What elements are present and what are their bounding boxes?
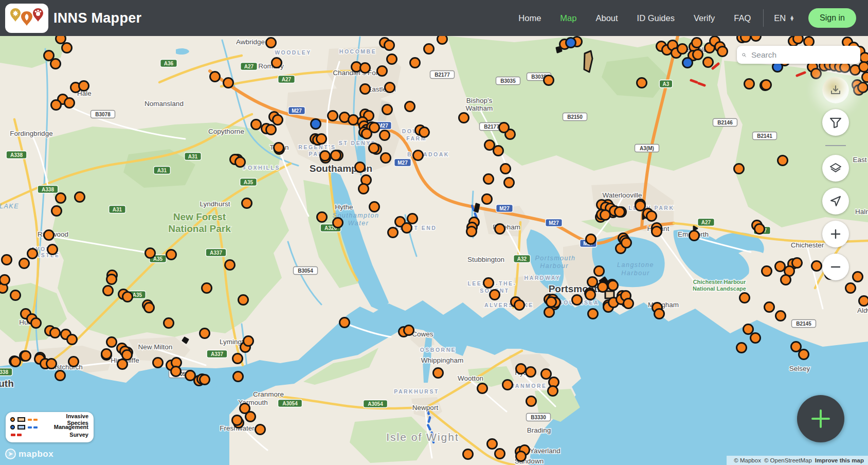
invasive-species-marker[interactable]: [588, 309, 598, 319]
invasive-species-marker[interactable]: [751, 36, 761, 41]
invasive-species-marker[interactable]: [693, 50, 703, 60]
invasive-species-marker[interactable]: [495, 224, 505, 234]
invasive-species-marker[interactable]: [494, 146, 503, 156]
invasive-species-marker[interactable]: [402, 223, 412, 233]
filter-button[interactable]: [822, 109, 849, 136]
invasive-species-marker[interactable]: [467, 227, 477, 237]
invasive-species-marker[interactable]: [718, 47, 728, 57]
invasive-species-marker[interactable]: [636, 201, 645, 211]
invasive-species-marker[interactable]: [484, 278, 494, 288]
invasive-species-marker[interactable]: [744, 325, 753, 334]
invasive-species-marker[interactable]: [102, 349, 112, 359]
app-logo[interactable]: [5, 4, 48, 33]
invasive-species-marker[interactable]: [167, 250, 176, 260]
invasive-species-marker[interactable]: [232, 416, 242, 425]
invasive-species-marker[interactable]: [459, 113, 469, 123]
invasive-species-marker[interactable]: [317, 212, 327, 222]
invasive-species-marker[interactable]: [840, 63, 850, 73]
invasive-species-marker[interactable]: [246, 412, 256, 422]
invasive-species-marker[interactable]: [594, 266, 604, 276]
invasive-species-marker[interactable]: [499, 123, 509, 133]
invasive-species-marker[interactable]: [31, 318, 41, 328]
invasive-species-marker[interactable]: [202, 283, 212, 293]
add-record-button[interactable]: [797, 395, 844, 442]
invasive-species-marker[interactable]: [242, 199, 252, 208]
invasive-species-marker[interactable]: [273, 115, 283, 125]
invasive-species-marker[interactable]: [846, 283, 856, 293]
invasive-species-marker[interactable]: [624, 299, 634, 309]
invasive-species-marker[interactable]: [56, 193, 66, 203]
invasive-species-marker[interactable]: [647, 211, 657, 221]
invasive-species-marker[interactable]: [547, 297, 556, 307]
locate-button[interactable]: [822, 188, 849, 214]
language-selector[interactable]: EN ▲▼: [774, 13, 794, 23]
invasive-species-marker[interactable]: [781, 275, 791, 285]
invasive-species-marker[interactable]: [369, 144, 379, 153]
invasive-species-marker[interactable]: [385, 41, 394, 50]
invasive-species-marker[interactable]: [424, 44, 434, 54]
invasive-species-marker[interactable]: [740, 293, 750, 303]
invasive-species-marker[interactable]: [11, 357, 21, 367]
invasive-species-marker[interactable]: [144, 303, 154, 313]
invasive-species-marker[interactable]: [404, 326, 414, 335]
invasive-species-marker[interactable]: [501, 164, 511, 174]
invasive-species-marker[interactable]: [11, 291, 21, 300]
nav-home[interactable]: Home: [518, 13, 541, 23]
invasive-species-marker[interactable]: [853, 272, 863, 282]
invasive-species-marker[interactable]: [51, 59, 61, 69]
mapbox-attribution-link[interactable]: © Mapbox: [734, 457, 761, 463]
invasive-species-marker[interactable]: [755, 224, 765, 234]
invasive-species-marker[interactable]: [762, 80, 771, 90]
zoom-in-button[interactable]: [822, 221, 849, 247]
invasive-species-marker[interactable]: [47, 359, 57, 369]
invasive-species-marker[interactable]: [56, 36, 66, 44]
zoom-out-button[interactable]: [822, 254, 849, 280]
invasive-species-marker[interactable]: [362, 129, 372, 139]
mapbox-logo[interactable]: ➤ mapbox: [5, 449, 53, 459]
invasive-species-marker[interactable]: [438, 36, 447, 44]
invasive-species-marker[interactable]: [56, 371, 65, 381]
invasive-species-marker[interactable]: [200, 329, 210, 338]
invasive-species-marker[interactable]: [225, 260, 235, 270]
invasive-species-marker[interactable]: [405, 102, 415, 112]
invasive-species-marker[interactable]: [380, 131, 390, 140]
invasive-species-marker[interactable]: [703, 58, 713, 67]
invasive-species-marker[interactable]: [320, 151, 330, 161]
invasive-species-marker[interactable]: [62, 43, 72, 53]
invasive-species-marker[interactable]: [858, 83, 868, 93]
invasive-species-marker[interactable]: [490, 290, 500, 300]
invasive-species-marker[interactable]: [775, 262, 785, 272]
invasive-species-marker[interactable]: [359, 184, 369, 194]
invasive-species-marker[interactable]: [349, 115, 358, 125]
invasive-species-marker[interactable]: [862, 73, 868, 82]
invasive-species-marker[interactable]: [544, 76, 554, 85]
invasive-species-marker[interactable]: [340, 318, 350, 328]
invasive-species-marker[interactable]: [751, 333, 761, 343]
invasive-species-marker[interactable]: [484, 174, 494, 184]
invasive-species-marker[interactable]: [360, 63, 370, 73]
invasive-species-marker[interactable]: [233, 354, 243, 364]
invasive-species-marker[interactable]: [692, 38, 702, 48]
invasive-species-marker[interactable]: [123, 292, 133, 302]
invasive-species-marker[interactable]: [588, 277, 598, 287]
invasive-species-marker[interactable]: [146, 248, 155, 258]
invasive-species-marker[interactable]: [811, 69, 821, 79]
invasive-species-marker[interactable]: [21, 351, 31, 361]
invasive-species-marker[interactable]: [737, 343, 747, 353]
invasive-species-marker[interactable]: [541, 369, 551, 379]
improve-map-link[interactable]: Improve this map: [815, 457, 864, 463]
map-container[interactable]: SouthamptonPortsmouthuthEastleighRomseyC…: [0, 36, 868, 465]
invasive-species-marker[interactable]: [678, 44, 688, 54]
invasive-species-marker[interactable]: [75, 192, 85, 202]
invasive-species-marker[interactable]: [652, 227, 662, 237]
invasive-species-marker[interactable]: [408, 214, 418, 224]
management-marker[interactable]: [683, 58, 693, 68]
invasive-species-marker[interactable]: [79, 81, 89, 91]
invasive-species-marker[interactable]: [67, 335, 77, 345]
sign-in-button[interactable]: Sign in: [808, 8, 856, 28]
invasive-species-marker[interactable]: [778, 156, 788, 166]
nav-map[interactable]: Map: [560, 13, 576, 23]
invasive-species-marker[interactable]: [463, 450, 473, 459]
invasive-species-marker[interactable]: [637, 78, 647, 88]
osm-attribution-link[interactable]: © OpenStreetMap: [764, 457, 812, 463]
